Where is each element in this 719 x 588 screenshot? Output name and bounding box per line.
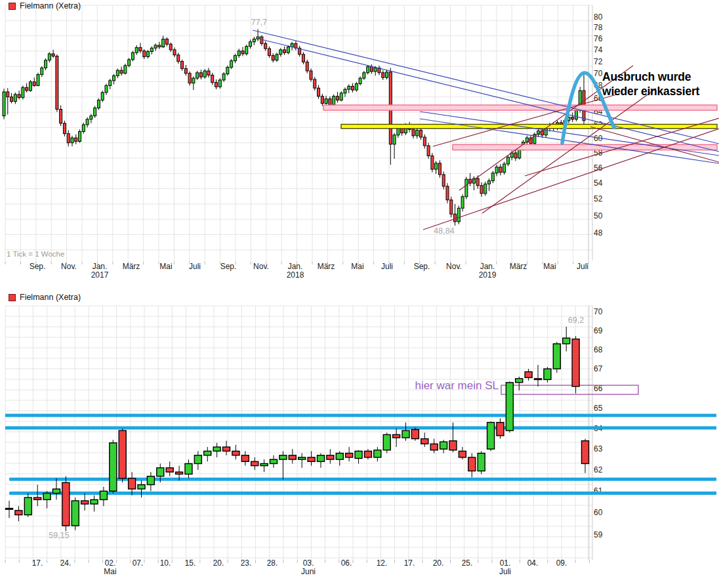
candle-up	[79, 131, 81, 141]
candle-up	[355, 451, 362, 458]
candle-down	[423, 137, 426, 146]
svg-text:Sep.: Sep.	[414, 262, 430, 271]
svg-text:März: März	[510, 262, 527, 271]
candle-down	[33, 82, 35, 86]
svg-text:2019: 2019	[479, 270, 497, 280]
candle-up	[192, 78, 195, 83]
candle-up	[249, 42, 252, 47]
candle-down	[442, 175, 445, 186]
top-chart-legend-label: Fielmann (Xetra)	[20, 1, 81, 10]
candle-up	[43, 494, 51, 500]
svg-text:März: März	[123, 262, 140, 271]
breakout-callout: Ausbruch wurde wieder einkassiert	[602, 70, 719, 98]
candle-up	[503, 164, 506, 173]
candle-up	[109, 81, 112, 86]
candle-down	[139, 47, 142, 51]
svg-text:Juli: Juli	[381, 262, 393, 271]
candle-down	[119, 430, 126, 478]
candle-down	[421, 439, 428, 444]
candle-down	[346, 453, 353, 457]
svg-text:Mai: Mai	[351, 262, 363, 271]
candle-down	[412, 129, 415, 136]
candle-down	[352, 86, 354, 90]
candle-down	[431, 156, 434, 169]
candle-up	[333, 96, 335, 105]
candle-down	[514, 153, 517, 158]
candle-down	[166, 468, 173, 472]
candle-up	[325, 99, 327, 104]
candle-down	[52, 54, 54, 56]
candle-down	[143, 51, 146, 57]
candle-down	[272, 56, 274, 60]
bottom-chart-legend-label: Fielmann (Xetra)	[20, 293, 81, 302]
candle-up	[196, 73, 199, 78]
candle-down	[81, 501, 89, 504]
price-annotation: 48,84	[434, 226, 454, 236]
candle-down	[459, 451, 466, 457]
candle-up	[287, 47, 289, 53]
svg-text:78: 78	[594, 23, 603, 32]
candle-up	[383, 434, 390, 450]
svg-text:Mai: Mai	[159, 262, 172, 271]
candle-down	[15, 511, 22, 515]
svg-text:69: 69	[594, 326, 603, 335]
candle-up	[393, 135, 396, 144]
svg-text:12.: 12.	[377, 558, 388, 568]
candle-down	[571, 117, 574, 119]
candle-up	[253, 39, 255, 42]
svg-text:09.: 09.	[556, 558, 567, 568]
svg-text:68: 68	[594, 345, 603, 354]
svg-text:74: 74	[594, 45, 603, 54]
candle-down	[336, 96, 339, 100]
candle-up	[279, 50, 282, 54]
candle-up	[14, 94, 16, 102]
svg-text:50: 50	[594, 211, 603, 220]
candle-down	[62, 482, 70, 526]
x-axis-labels: 17.24.02.Mai07.10.15.20.23.28.03.Juni06.…	[32, 558, 567, 576]
candle-up	[506, 383, 513, 430]
candle-down	[454, 214, 457, 222]
candle-up	[110, 443, 117, 492]
candle-down	[232, 451, 239, 455]
candle-down	[165, 39, 168, 45]
svg-text:Mai: Mai	[104, 567, 116, 576]
svg-text:25.: 25.	[462, 558, 473, 568]
svg-text:Juli: Juli	[189, 262, 201, 271]
candle-down	[67, 134, 70, 143]
candle-down	[63, 123, 66, 134]
candle-down	[438, 163, 441, 175]
svg-text:Juli: Juli	[499, 567, 511, 576]
candle-down	[264, 43, 267, 49]
svg-text:24.: 24.	[60, 558, 72, 568]
candle-up	[185, 463, 192, 474]
candle-up	[72, 501, 79, 526]
legend-swatch-icon	[9, 3, 16, 10]
candle-up	[465, 179, 468, 197]
candle-up	[162, 39, 165, 47]
breakout-callout-line1: Ausbruch wurde	[602, 70, 719, 84]
candle-down	[181, 62, 184, 69]
candle-up	[484, 184, 487, 194]
candle-up	[218, 80, 221, 87]
svg-text:72: 72	[594, 57, 603, 66]
candle-down	[572, 339, 579, 387]
candle-up	[147, 476, 154, 485]
candle-up	[506, 158, 509, 164]
breakout-callout-line2: wieder einkassiert	[602, 84, 719, 98]
candle-up	[270, 459, 277, 463]
candle-up	[230, 61, 233, 68]
candle-up	[374, 68, 377, 71]
price-annotation: 77,7	[251, 18, 267, 27]
candle-down	[525, 371, 532, 377]
candle-down	[207, 71, 210, 75]
candle-up	[363, 73, 365, 78]
candle-down	[318, 88, 320, 96]
candle-up	[260, 463, 268, 465]
candle-up	[157, 468, 164, 476]
candle-up	[52, 489, 60, 494]
svg-text:03.: 03.	[303, 558, 314, 568]
candle-down	[7, 92, 9, 97]
svg-text:Mai: Mai	[543, 262, 556, 271]
candle-up	[435, 163, 438, 169]
candle-down	[6, 509, 13, 510]
